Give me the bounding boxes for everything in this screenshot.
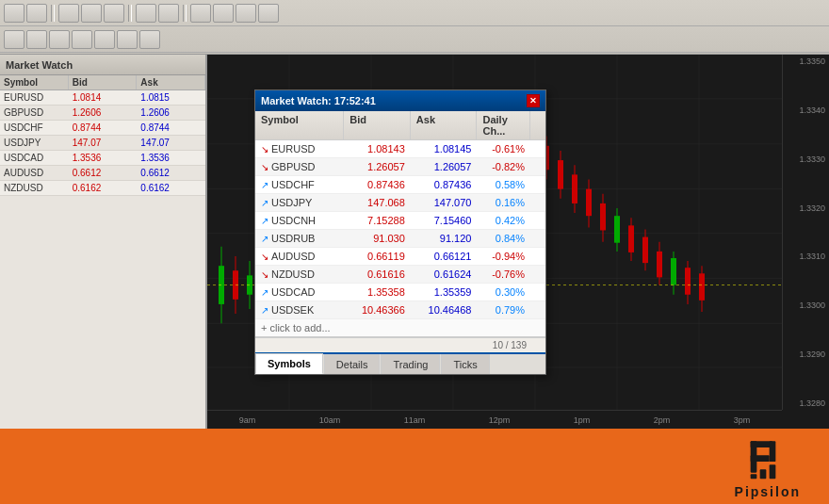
mw-table-row[interactable]: ↗ USDJPY 147.068 147.070 0.16%: [255, 194, 545, 212]
left-table-row[interactable]: USDCHF 0.8744 0.8744: [0, 121, 205, 136]
mw-table-row[interactable]: ↗ USDRUB 91.030 91.120 0.84%: [255, 230, 545, 248]
mw-table-header: Symbol Bid Ask Daily Ch...: [255, 111, 545, 140]
price-3: 1.3330: [783, 154, 829, 164]
direction-icon: ↗: [261, 287, 268, 298]
direction-icon: ↗: [261, 305, 268, 316]
mw-cell-symbol: ↗ USDSEK: [255, 301, 344, 318]
mw-cell-symbol: ↗ USDCNH: [255, 212, 344, 229]
mw-cell-symbol: ↘ GBPUSD: [255, 158, 344, 175]
price-8: 1.3280: [783, 398, 829, 408]
mw-titlebar[interactable]: Market Watch: 17:52:41 ✕: [255, 90, 545, 111]
left-cell-ask: 1.2606: [137, 106, 205, 120]
svg-rect-88: [750, 474, 756, 479]
svg-rect-80: [685, 268, 691, 295]
time-6: 2pm: [654, 415, 671, 425]
mw-close-button[interactable]: ✕: [527, 94, 540, 107]
mw-footer-count: 10 / 139: [255, 337, 545, 352]
left-cell-ask: 1.0815: [137, 90, 205, 105]
mw-cell-bid: 7.15288: [344, 212, 411, 229]
mw-cell-spacer: [530, 182, 545, 187]
left-table-body: EURUSD 1.0814 1.0815 GBPUSD 1.2606 1.260…: [0, 90, 205, 196]
mw-cell-spacer: [530, 200, 545, 205]
mw-cell-ask: 10.46468: [411, 301, 478, 318]
left-cell-symbol: USDCHF: [0, 121, 69, 135]
toolbar-btn-file[interactable]: [4, 4, 24, 23]
toolbar-btn-m15[interactable]: [49, 30, 70, 49]
toolbar-btn-open[interactable]: [58, 4, 79, 23]
tab-symbols[interactable]: Symbols: [255, 353, 323, 374]
left-table-row[interactable]: GBPUSD 1.2606 1.2606: [0, 106, 205, 121]
toolbar-btn-m1[interactable]: [4, 30, 24, 49]
mw-cell-bid: 1.08143: [344, 140, 411, 157]
left-table-row[interactable]: USDJPY 147.07 147.07: [0, 136, 205, 151]
left-table-row[interactable]: EURUSD 1.0814 1.0815: [0, 90, 205, 106]
toolbar-btn-auto[interactable]: [236, 4, 256, 23]
toolbar-btn-d1[interactable]: [139, 30, 160, 49]
left-table-row[interactable]: USDCAD 1.3536 1.3536: [0, 151, 205, 166]
mw-count-label: 10 / 139: [493, 340, 527, 350]
tab-trading[interactable]: Trading: [381, 354, 440, 374]
pipsilon-text: Pipsilon: [735, 484, 801, 499]
mw-table-row[interactable]: ↗ USDCHF 0.87436 0.87436 0.58%: [255, 176, 545, 194]
toolbar-btn-h1[interactable]: [94, 30, 115, 49]
svg-rect-76: [657, 252, 662, 278]
svg-rect-70: [614, 216, 620, 243]
mw-tabs: SymbolsDetailsTradingTicks: [255, 352, 545, 374]
mw-table-row[interactable]: ↗ USDCNH 7.15288 7.15460 0.42%: [255, 212, 545, 230]
mw-table-row[interactable]: ↘ NZDUSD 0.61616 0.61624 -0.76%: [255, 266, 545, 284]
toolbar-btn-h4[interactable]: [117, 30, 138, 49]
price-2: 1.3340: [783, 106, 829, 115]
left-panel-header: Market Watch: [0, 55, 205, 75]
toolbar-btn-print[interactable]: [104, 4, 124, 23]
pipsilon-p-icon: [744, 433, 791, 480]
toolbar-btn-zoomout[interactable]: [213, 4, 234, 23]
left-cell-symbol: EURUSD: [0, 90, 69, 105]
left-table-row[interactable]: AUDUSD 0.6612 0.6612: [0, 166, 205, 181]
left-table-row[interactable]: NZDUSD 0.6162 0.6162: [0, 181, 205, 196]
mw-cell-ask: 147.070: [411, 194, 478, 211]
toolbar-btn-zoomin[interactable]: [190, 4, 211, 23]
mw-cell-change: 0.84%: [477, 230, 530, 247]
mw-cell-symbol: ↘ EURUSD: [255, 140, 344, 157]
mw-table-row[interactable]: ↘ AUDUSD 0.66119 0.66121 -0.94%: [255, 248, 545, 266]
toolbar-btn-m5[interactable]: [26, 30, 47, 49]
toolbar-row-1: [0, 0, 829, 26]
toolbar-btn-period[interactable]: [258, 4, 279, 23]
tab-ticks[interactable]: Ticks: [441, 354, 489, 374]
left-cell-symbol: GBPUSD: [0, 106, 69, 120]
mw-table-row[interactable]: ↗ USDCAD 1.35358 1.35359 0.30%: [255, 284, 545, 301]
left-table-header: Symbol Bid Ask: [0, 75, 205, 90]
mw-cell-change: -0.82%: [477, 158, 530, 175]
mw-cell-symbol: ↗ USDRUB: [255, 230, 344, 247]
tab-details[interactable]: Details: [324, 354, 381, 374]
mw-cell-ask: 91.120: [411, 230, 478, 247]
left-cell-ask: 147.07: [137, 136, 205, 150]
toolbar-btn-m30[interactable]: [72, 30, 92, 49]
toolbar-btn-redo[interactable]: [158, 4, 179, 23]
direction-icon: ↗: [261, 234, 268, 244]
mw-table-row[interactable]: ↘ GBPUSD 1.26057 1.26057 -0.82%: [255, 158, 545, 176]
time-5: 1pm: [574, 415, 591, 425]
toolbar-btn-save[interactable]: [81, 4, 102, 23]
left-col-symbol: Symbol: [0, 75, 69, 89]
mw-cell-symbol: ↗ USDJPY: [255, 194, 344, 211]
direction-icon: ↘: [261, 252, 268, 262]
mw-cell-bid: 91.030: [344, 230, 411, 247]
svg-rect-90: [769, 464, 775, 479]
svg-rect-85: [750, 441, 772, 447]
left-cell-symbol: USDJPY: [0, 136, 69, 150]
toolbar-btn-undo[interactable]: [136, 4, 156, 23]
toolbar-btn-new[interactable]: [26, 4, 47, 23]
mw-cell-bid: 10.46366: [344, 301, 411, 318]
mw-add-row[interactable]: + click to add...: [255, 319, 545, 337]
left-cell-bid: 147.07: [69, 136, 138, 150]
orange-footer: Pipsilon: [0, 429, 829, 504]
mw-add-plus-icon: +: [261, 322, 267, 333]
mw-table-row[interactable]: ↘ EURUSD 1.08143 1.08145 -0.61%: [255, 140, 545, 158]
svg-rect-72: [628, 225, 634, 252]
svg-rect-66: [586, 189, 592, 217]
mw-cell-change: 0.79%: [477, 301, 530, 318]
mw-table-row[interactable]: ↗ USDSEK 10.46366 10.46468 0.79%: [255, 301, 545, 319]
time-3: 11am: [404, 415, 426, 425]
mw-cell-ask: 1.08145: [411, 140, 478, 157]
